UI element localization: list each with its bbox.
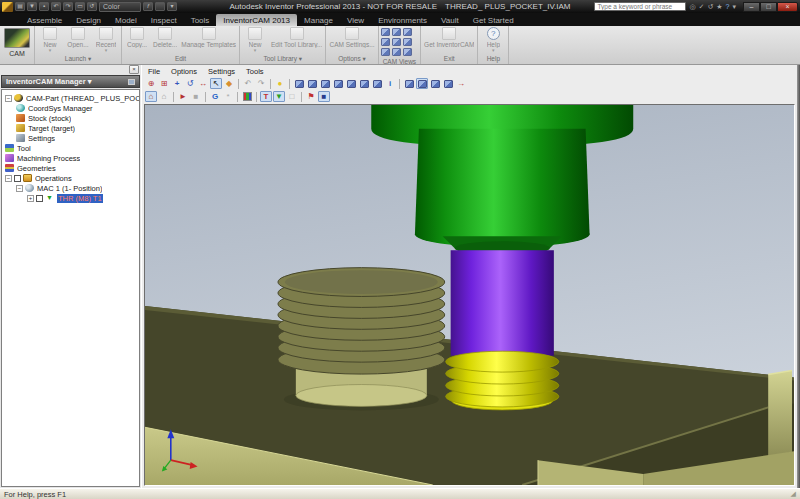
ribbon-button-get-inventorcam[interactable]: Get InventorCAM — [423, 27, 475, 48]
show-machine-icon[interactable]: ⌂ — [145, 91, 157, 102]
display-solid-icon[interactable] — [403, 78, 415, 89]
minimize-button[interactable]: – — [743, 2, 760, 12]
color-dropdown[interactable]: Color — [99, 2, 141, 12]
panel-close-icon[interactable]: × — [129, 65, 139, 74]
cam-view-cube-icon[interactable] — [381, 38, 390, 46]
ribbon-tab-model[interactable]: Model — [108, 14, 144, 26]
tree-item-settings[interactable]: Settings — [2, 133, 139, 143]
view-isometric-icon[interactable] — [371, 78, 383, 89]
new-file-icon[interactable]: ▤ — [15, 2, 25, 11]
tree-checkbox[interactable] — [14, 175, 21, 182]
star-icon[interactable]: ★ — [716, 2, 722, 11]
threaded-boss[interactable] — [278, 268, 445, 411]
fx-icon[interactable]: f — [143, 2, 153, 11]
ribbon-button-help[interactable]: ?Help▾ — [480, 27, 506, 52]
tree-item-coordsys-manager[interactable]: CoordSys Manager — [2, 103, 139, 113]
wrench-icon[interactable]: ✓ — [699, 2, 705, 11]
ribbon-tab-view[interactable]: View — [340, 14, 371, 26]
ribbon-tab-inventorcam-2013[interactable]: InventorCAM 2013 — [216, 14, 297, 26]
show-holder-icon[interactable]: ▼ — [273, 91, 285, 102]
dropdown-icon[interactable]: ▾ — [732, 2, 736, 11]
display-edges-icon[interactable] — [442, 78, 454, 89]
display-wireframe-icon[interactable] — [429, 78, 441, 89]
show-fixture-icon[interactable]: ⌂ — [158, 91, 170, 102]
resize-grip-icon[interactable]: ◢ — [791, 490, 796, 498]
sim-menu-settings[interactable]: Settings — [208, 67, 235, 76]
zoom-window-icon[interactable]: ⊞ — [158, 78, 170, 89]
measure-icon[interactable]: ◆ — [223, 78, 235, 89]
flag-icon[interactable]: ⚑ — [305, 91, 317, 102]
gcode-options-icon[interactable]: * — [222, 91, 234, 102]
ribbon-tab-vault[interactable]: Vault — [434, 14, 466, 26]
cam-manager-header[interactable]: InventorCAM Manager ▾ — [1, 75, 140, 88]
help-search-input[interactable] — [594, 2, 686, 11]
tree-item-mac-1-1-position[interactable]: −MAC 1 (1- Position) — [2, 183, 139, 193]
user-search-icon[interactable]: ◎ — [689, 2, 695, 11]
zoom-icon[interactable]: ⊕ — [145, 78, 157, 89]
display-shaded-icon[interactable] — [416, 78, 428, 89]
inventor-logo-icon[interactable] — [2, 2, 13, 12]
ribbon-button-copy[interactable]: Copy... — [124, 27, 150, 48]
ribbon-tab-inspect[interactable]: Inspect — [144, 14, 184, 26]
cam-view-cube-icon[interactable] — [381, 28, 390, 36]
view-top-icon[interactable] — [293, 78, 305, 89]
ribbon-tab-environments[interactable]: Environments — [371, 14, 434, 26]
refresh-icon[interactable]: ↺ — [707, 2, 713, 11]
view-bottom-icon[interactable] — [306, 78, 318, 89]
collapse-icon[interactable]: − — [5, 95, 12, 102]
viewport-3d-scene[interactable] — [145, 105, 794, 485]
play-simulation-icon[interactable]: ► — [177, 91, 189, 102]
cam-view-cube-icon[interactable] — [403, 28, 412, 36]
tree-checkbox[interactable] — [36, 195, 43, 202]
gcode-icon[interactable]: G — [209, 91, 221, 102]
collapse-icon[interactable]: − — [5, 175, 12, 182]
ribbon-tab-tools[interactable]: Tools — [184, 14, 217, 26]
ribbon-tab-assemble[interactable]: Assemble — [20, 14, 69, 26]
print-icon[interactable]: ▭ — [75, 2, 85, 11]
tree-item-tool[interactable]: Tool — [2, 143, 139, 153]
cam-button[interactable]: CAM — [0, 26, 34, 57]
view-info-icon[interactable]: i — [384, 78, 396, 89]
save-icon[interactable]: ▪ — [39, 2, 49, 11]
pan-icon[interactable]: + — [171, 78, 183, 89]
help-icon[interactable]: ? — [726, 2, 730, 11]
cam-view-cube-icon[interactable] — [392, 28, 401, 36]
tree-item-target-target[interactable]: Target (target) — [2, 123, 139, 133]
show-tool-icon[interactable]: T — [260, 91, 272, 102]
ribbon-tab-manage[interactable]: Manage — [297, 14, 340, 26]
view-back-icon[interactable] — [332, 78, 344, 89]
expand-icon[interactable]: + — [27, 195, 34, 202]
ribbon-button-open[interactable]: Open... — [65, 27, 91, 48]
view-left-icon[interactable] — [345, 78, 357, 89]
tree-item-geometries[interactable]: Geometries — [2, 163, 139, 173]
ribbon-tab-design[interactable]: Design — [69, 14, 108, 26]
redo-icon[interactable]: ↷ — [63, 2, 73, 11]
sim-menu-file[interactable]: File — [148, 67, 160, 76]
cam-view-cube-icon[interactable] — [381, 48, 390, 56]
ribbon-button-new[interactable]: New▾ — [242, 27, 268, 52]
close-button[interactable]: × — [777, 2, 798, 12]
exit-view-icon[interactable]: → — [455, 78, 467, 89]
select-cursor-icon[interactable]: ↖ — [210, 78, 222, 89]
lightbulb-icon[interactable]: ● — [274, 78, 286, 89]
sim-menu-options[interactable]: Options — [171, 67, 197, 76]
tree-item-machining-process[interactable]: Machining Process — [2, 153, 139, 163]
tree-item-cam-part-thread-plus-pocket-iv[interactable]: −CAM-Part (THREAD_ PLUS_POCKET_IV) — [2, 93, 139, 103]
collapse-icon[interactable]: − — [16, 185, 23, 192]
tree-item-operations[interactable]: −Operations — [2, 173, 139, 183]
viewport-3d[interactable] — [144, 104, 795, 486]
customize-qat-icon[interactable]: ▾ — [167, 2, 177, 11]
zoom-fit-icon[interactable]: ↔ — [197, 78, 209, 89]
ribbon-button-recent[interactable]: Recent▾ — [93, 27, 119, 52]
cam-view-cube-icon[interactable] — [392, 48, 401, 56]
open-icon[interactable]: ▼ — [27, 2, 37, 11]
tree-item-stock-stock[interactable]: Stock (stock) — [2, 113, 139, 123]
sim-menu-tools[interactable]: Tools — [246, 67, 264, 76]
rotate-view-icon[interactable]: ↺ — [184, 78, 196, 89]
refresh-icon[interactable]: ↺ — [87, 2, 97, 11]
ribbon-tab-get-started[interactable]: Get Started — [466, 14, 521, 26]
ribbon-button-edit-tool-library[interactable]: Edit Tool Library... — [270, 27, 323, 48]
tree-item-thr-m8-t1[interactable]: +THR (M8) T1 — [2, 193, 139, 203]
appearance-icon[interactable] — [155, 2, 165, 11]
show-target-icon[interactable]: □ — [286, 91, 298, 102]
